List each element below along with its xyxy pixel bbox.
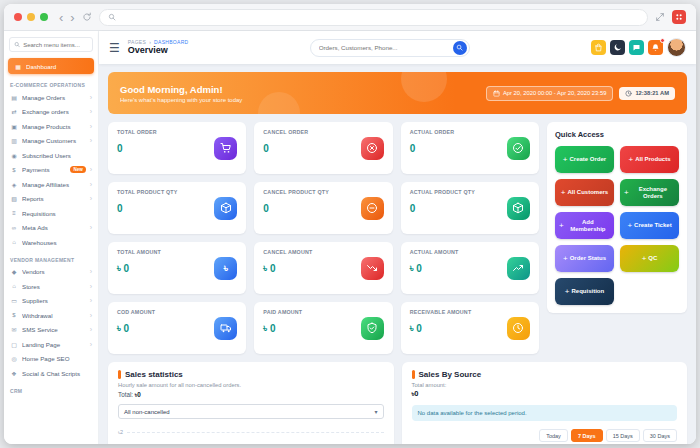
global-search-input[interactable] — [319, 44, 453, 51]
sidebar-item-meta-ads[interactable]: ∞Meta Ads› — [4, 221, 98, 236]
sidebar-item-sms-service[interactable]: ✉SMS Service› — [4, 323, 98, 338]
hamburger-menu-icon[interactable]: ☰ — [109, 41, 120, 55]
plus-icon: + — [563, 254, 568, 263]
stat-label: CANCEL AMOUNT — [263, 249, 312, 255]
range-button-7-days[interactable]: 7 Days — [571, 429, 603, 442]
user-avatar[interactable] — [667, 38, 686, 57]
sidebar-item-manage-customers[interactable]: ▥Manage Customers› — [4, 134, 98, 149]
date-range-picker[interactable]: Apr 20, 2020 00:00 - Apr 20, 2020 23:59 — [486, 86, 613, 101]
sidebar-item-payments[interactable]: $PaymentsNew› — [4, 163, 98, 178]
products-icon: ▣ — [10, 123, 18, 130]
date-range-buttons: Today7 Days15 Days30 Days — [412, 421, 678, 444]
sidebar-item-subscribed-users[interactable]: ◉Subscribed Users — [4, 148, 98, 163]
sidebar-item-manage-orders[interactable]: ▤Manage Orders› — [4, 90, 98, 105]
sales-statistics-card: Sales statistics Hourly sale amount for … — [108, 362, 394, 444]
sidebar-item-warehouses[interactable]: ⌂Warehouses — [4, 235, 98, 250]
chevron-right-icon: › — [90, 123, 92, 130]
quick-all-customers-button[interactable]: +All Customers — [555, 179, 614, 206]
trend-up-icon — [507, 257, 530, 280]
stat-card-receivable-amount: RECEIVABLE AMOUNT৳ 0 — [401, 302, 539, 354]
cart-icon — [214, 137, 237, 160]
sidebar-item-dashboard[interactable]: ▦Dashboard — [8, 58, 94, 74]
sidebar-item-label: Suppliers — [22, 297, 86, 304]
quick-order-status-button[interactable]: +Order Status — [555, 245, 614, 272]
chevron-right-icon: › — [90, 297, 92, 304]
minus-circle-icon — [361, 197, 384, 220]
range-button-15-days[interactable]: 15 Days — [606, 429, 640, 442]
gridline — [127, 432, 383, 433]
sales-chart-area: ৳2 — [118, 429, 384, 436]
sidebar-item-social-chat-scripts[interactable]: ❖Social & Chat Scripts — [4, 366, 98, 381]
social-icon: ❖ — [10, 370, 18, 377]
sidebar-item-label: Warehouses — [22, 239, 92, 246]
browser-chrome: ‹ › — [4, 4, 696, 31]
dashboard-icon: ▦ — [14, 63, 22, 70]
chevron-right-icon: › — [90, 166, 92, 173]
chevron-right-icon: › — [90, 283, 92, 290]
sales-by-source-card: Sales By Source Total amount: ৳0 No data… — [402, 362, 688, 444]
seo-icon: ◎ — [10, 355, 18, 362]
quick-all-products-button[interactable]: +All Products — [620, 146, 679, 173]
quick-add-membership-button[interactable]: +Add Membership — [555, 212, 614, 239]
sales-statistics-total: Total: ৳0 — [118, 391, 384, 399]
address-bar[interactable] — [99, 9, 648, 26]
fullscreen-icon[interactable] — [655, 12, 665, 22]
stat-label: ACTUAL ORDER — [410, 129, 455, 135]
extension-icon[interactable] — [672, 10, 686, 24]
vendors-icon: ◆ — [10, 268, 18, 275]
quick-create-order-button[interactable]: +Create Order — [555, 146, 614, 173]
banner-controls: Apr 20, 2020 00:00 - Apr 20, 2020 23:59 … — [486, 86, 675, 101]
sidebar-item-suppliers[interactable]: ▭Suppliers› — [4, 294, 98, 309]
stat-card-cancel-amount: CANCEL AMOUNT৳ 0 — [254, 242, 392, 294]
back-button[interactable]: ‹ — [59, 11, 63, 24]
sidebar-item-exchange-orders[interactable]: ⇄Exchange orders› — [4, 105, 98, 120]
sidebar-item-manage-affiliates[interactable]: ◈Manage Affiliates› — [4, 177, 98, 192]
global-search[interactable] — [310, 39, 470, 57]
quick-create-ticket-button[interactable]: +Create Ticket — [620, 212, 679, 239]
notifications-bell-icon[interactable] — [648, 40, 663, 55]
shield-check-icon — [361, 317, 384, 340]
sidebar-search[interactable] — [9, 37, 93, 52]
support-chat-icon[interactable] — [629, 40, 644, 55]
search-submit-button[interactable] — [453, 41, 467, 55]
quick-exchange-orders-button[interactable]: +Exchange Orders — [620, 179, 679, 206]
refresh-icon[interactable] — [82, 12, 92, 22]
minimize-button[interactable] — [27, 13, 35, 21]
dark-mode-icon[interactable] — [610, 40, 625, 55]
quick-button-label: Requisition — [572, 288, 605, 295]
stat-card-actual-product-qty: ACTUAL PRODUCT QTY0 — [401, 182, 539, 234]
sidebar-search-input[interactable] — [23, 42, 88, 48]
stat-card-total-amount: TOTAL AMOUNT৳ 0৳ — [108, 242, 246, 294]
sidebar-item-label: Payments — [22, 166, 66, 173]
sidebar-item-reports[interactable]: ▧Reports› — [4, 192, 98, 207]
greeting-banner: Good Morning, Admin! Here's what's happe… — [108, 72, 687, 114]
stat-label: TOTAL PRODUCT QTY — [117, 189, 178, 195]
store-bag-icon[interactable] — [591, 40, 606, 55]
sidebar-item-manage-products[interactable]: ▣Manage Products› — [4, 119, 98, 134]
plus-icon: + — [642, 254, 647, 263]
plus-icon: + — [565, 287, 570, 296]
close-button[interactable] — [14, 13, 22, 21]
order-filter-select[interactable]: All non-cancelled ▾ — [118, 404, 384, 419]
range-button-30-days[interactable]: 30 Days — [643, 429, 677, 442]
quick-requisition-button[interactable]: +Requisition — [555, 278, 614, 305]
forward-button[interactable]: › — [70, 11, 74, 24]
sidebar-item-stores[interactable]: ⌂Stores› — [4, 279, 98, 294]
stat-label: CANCEL ORDER — [263, 129, 308, 135]
sidebar-item-label: Requisitions — [22, 210, 92, 217]
stat-label: TOTAL AMOUNT — [117, 249, 161, 255]
breadcrumb: PAGES › DASHBOARD Overview — [128, 39, 189, 56]
sidebar-item-withdrawal[interactable]: $Withdrawal› — [4, 308, 98, 323]
sidebar-item-vendors[interactable]: ◆Vendors› — [4, 265, 98, 280]
sidebar-item-label: Home Page SEO — [22, 355, 92, 362]
sidebar-item-landing-page[interactable]: ▢Landing Page› — [4, 337, 98, 352]
stat-value: 0 — [263, 143, 308, 154]
plus-icon: + — [628, 155, 633, 164]
quick-qc-button[interactable]: +QC — [620, 245, 679, 272]
sidebar-item-requisitions[interactable]: ≡Requisitions — [4, 206, 98, 221]
sidebar-item-home-page-seo[interactable]: ◎Home Page SEO — [4, 352, 98, 367]
search-icon — [108, 13, 116, 21]
maximize-button[interactable] — [40, 13, 48, 21]
caret-down-icon: ▾ — [374, 408, 377, 415]
range-button-today[interactable]: Today — [539, 429, 568, 442]
